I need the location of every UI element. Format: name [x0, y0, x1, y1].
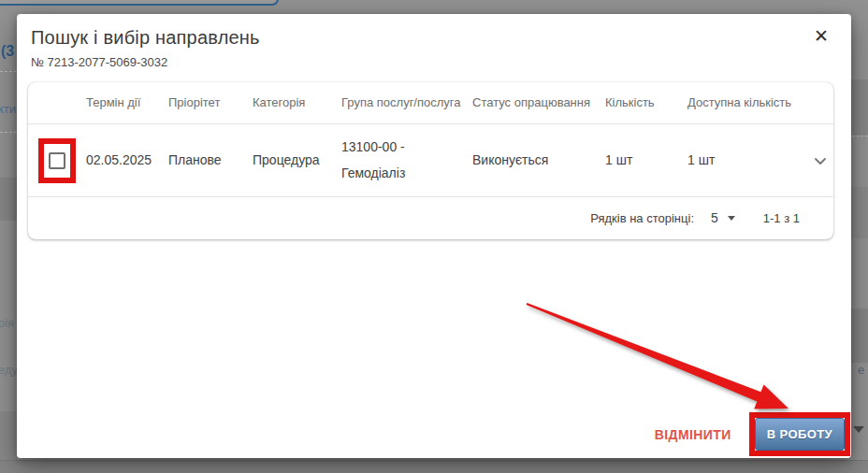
- cell-service-group: 13100-00 - Гемодіаліз: [341, 135, 472, 186]
- dialog-title: Пошук і вибір направлень: [31, 27, 836, 49]
- column-header-quantity: Кількість: [605, 91, 687, 114]
- background-band: [851, 187, 868, 238]
- dialog-header: Пошук і вибір направлень № 7213-2077-506…: [17, 14, 851, 69]
- background-text-fragment: рія: [0, 316, 14, 330]
- background-dashed-line: [0, 132, 17, 133]
- chevron-down-icon[interactable]: [807, 148, 833, 174]
- cell-category: Процедура: [253, 148, 341, 173]
- background-band: [0, 178, 17, 221]
- cancel-button[interactable]: ВІДМІНИТИ: [651, 422, 735, 448]
- background-highlighted-field: [0, 0, 279, 6]
- close-icon[interactable]: ✕: [810, 23, 832, 49]
- annotation-submit-highlight: В РОБОТУ: [749, 412, 850, 456]
- background-band: [851, 308, 868, 363]
- background-text-fragment: кти: [0, 102, 16, 116]
- submit-to-work-button[interactable]: В РОБОТУ: [755, 418, 845, 451]
- dialog-footer: ВІДМІНИТИ В РОБОТУ: [651, 412, 850, 456]
- referral-selection-dialog: Пошук і вибір направлень № 7213-2077-506…: [17, 14, 851, 458]
- table-pagination: Рядків на сторінці: 5 1-1 з 1: [28, 197, 833, 238]
- column-header-service-group: Група послуг/послуга: [341, 91, 472, 114]
- cell-available: 1 шт: [687, 148, 806, 173]
- referrals-table-card: Термін дії Пріорітет Категорія Група пос…: [28, 82, 833, 239]
- column-header-status: Статус опрацювання: [472, 91, 605, 114]
- rows-per-page-value: 5: [711, 210, 718, 225]
- column-header-category: Категорія: [253, 91, 341, 114]
- rows-per-page-label: Рядків на сторінці:: [590, 211, 694, 225]
- background-text-fragment: еду: [0, 363, 18, 377]
- cell-term: 02.05.2025: [86, 148, 168, 173]
- background-dashed-line: [0, 71, 17, 72]
- referral-number: № 7213-2077-5069-3032: [31, 55, 836, 69]
- cell-priority: Планове: [168, 148, 253, 173]
- row-checkbox[interactable]: [49, 152, 65, 169]
- checkbox-cell: [28, 138, 86, 183]
- table-header-row: Термін дії Пріорітет Категорія Група пос…: [28, 82, 833, 124]
- background-dashed-line: [852, 136, 868, 136]
- table-row: 02.05.2025 Планове Процедура 13100-00 - …: [28, 124, 833, 197]
- column-header-term: Термін дії: [86, 91, 168, 114]
- cell-quantity: 1 шт: [605, 148, 687, 173]
- background-band: [0, 460, 868, 473]
- cell-status: Виконується: [472, 148, 605, 173]
- column-header-priority: Пріорітет: [168, 91, 253, 114]
- background-dropdown-caret-icon: [853, 426, 864, 433]
- column-header-available: Доступна кількість: [687, 91, 806, 114]
- caret-down-icon: [728, 216, 735, 221]
- background-text-fragment: (3: [1, 43, 14, 60]
- pagination-range: 1-1 з 1: [763, 211, 800, 225]
- background-text-fragment: е: [858, 363, 864, 377]
- annotation-checkbox-highlight: [38, 138, 76, 183]
- rows-per-page-select[interactable]: 5: [711, 210, 735, 225]
- background-band: [851, 79, 868, 136]
